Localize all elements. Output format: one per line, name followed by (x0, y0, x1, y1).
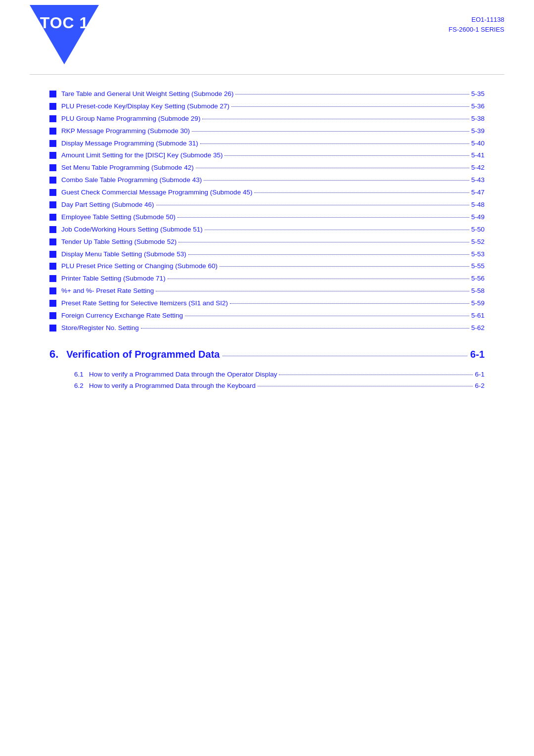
toc-dots (196, 168, 469, 168)
sub-dots (279, 375, 473, 375)
section-6-header: 6. Verification of Programmed Data 6-1 (49, 348, 485, 361)
sub-dots (258, 386, 473, 386)
toc-page-number: 5-41 (471, 151, 485, 160)
toc-bullet-icon (49, 128, 56, 135)
toc-list-item: Set Menu Table Programming (Submode 42)5… (49, 163, 485, 173)
toc-item-label[interactable]: Amount Limit Setting for the [DISC] Key … (61, 151, 222, 160)
toc-dots (254, 192, 469, 193)
toc-dots (188, 254, 469, 255)
toc-list-item: PLU Preset-code Key/Display Key Setting … (49, 102, 485, 111)
toc-list-item: Printer Table Setting (Submode 71)5-56 (49, 274, 485, 284)
toc-item-label[interactable]: Employee Table Setting (Submode 50) (61, 213, 176, 222)
toc-item-label[interactable]: Foreign Currency Exchange Rate Setting (61, 311, 183, 321)
toc-dots (230, 303, 469, 304)
toc-page-number: 5-40 (471, 139, 485, 148)
toc-dots (178, 217, 469, 218)
toc-page-number: 5-58 (471, 286, 485, 296)
toc-page-number: 5-62 (471, 324, 485, 333)
toc-bullet-icon (49, 140, 56, 147)
toc-page-number: 5-43 (471, 176, 485, 185)
toc-dots (231, 106, 469, 107)
toc-bullet-icon (49, 226, 56, 233)
toc-bullet-icon (49, 115, 56, 122)
sub-item-number: 6.1 (74, 371, 89, 378)
toc-bullet-icon (49, 325, 56, 331)
page-container: TOC 1 EO1-11138 FS-2600-1 SERIES Tare Ta… (0, 0, 534, 756)
toc-bullet-icon (49, 275, 56, 282)
toc-page-number: 5-38 (471, 114, 485, 124)
toc-label: TOC 1 (40, 14, 89, 32)
toc-list-item: Amount Limit Setting for the [DISC] Key … (49, 151, 485, 160)
toc-item-label[interactable]: PLU Preset Price Setting or Changing (Su… (61, 262, 218, 271)
toc-list-item: Store/Register No. Setting5-62 (49, 324, 485, 333)
toc-list-item: Foreign Currency Exchange Rate Setting5-… (49, 311, 485, 321)
toc-item-label[interactable]: %+ and %- Preset Rate Setting (61, 286, 154, 296)
toc-bullet-icon (49, 214, 56, 221)
toc-page-number: 5-59 (471, 299, 485, 308)
toc-list-item: Day Part Setting (Submode 46)5-48 (49, 200, 485, 210)
toc-item-label[interactable]: Tender Up Table Setting (Submode 52) (61, 237, 177, 247)
toc-page-number: 5-36 (471, 102, 485, 111)
toc-item-label[interactable]: Tare Table and General Unit Weight Setti… (61, 90, 233, 99)
toc-dots (185, 316, 469, 316)
toc-page-number: 5-55 (471, 262, 485, 271)
header-divider (30, 74, 504, 75)
toc-page-number: 5-39 (471, 127, 485, 136)
toc-item-label[interactable]: Printer Table Setting (Submode 71) (61, 274, 166, 284)
toc-list-item: RKP Message Programming (Submode 30)5-39 (49, 127, 485, 136)
toc-bullet-icon (49, 312, 56, 319)
toc-bullet-icon (49, 251, 56, 258)
toc-item-label[interactable]: Display Menu Table Setting (Submode 53) (61, 250, 186, 259)
toc-list-item: Display Message Programming (Submode 31)… (49, 139, 485, 148)
toc-page-number: 5-52 (471, 237, 485, 247)
toc-list-item: Guest Check Commercial Message Programmi… (49, 188, 485, 197)
toc-page-number: 5-35 (471, 90, 485, 99)
toc-item-label[interactable]: Display Message Programming (Submode 31) (61, 139, 198, 148)
toc-dots (141, 328, 469, 329)
sub-page-number: 6-1 (475, 371, 485, 378)
toc-item-label[interactable]: PLU Preset-code Key/Display Key Setting … (61, 102, 229, 111)
toc-item-label[interactable]: Combo Sale Table Programming (Submode 43… (61, 176, 202, 185)
toc-dots (156, 291, 469, 291)
toc-item-label[interactable]: Set Menu Table Programming (Submode 42) (61, 163, 194, 173)
toc-page-number: 5-50 (471, 225, 485, 235)
toc-badge: TOC 1 (30, 5, 99, 74)
toc-dots (168, 279, 469, 279)
toc-item-label[interactable]: PLU Group Name Programming (Submode 29) (61, 114, 200, 124)
toc-list-item: Tender Up Table Setting (Submode 52)5-52 (49, 237, 485, 247)
toc-item-label[interactable]: Day Part Setting (Submode 46) (61, 200, 154, 210)
toc-bullet-icon (49, 300, 56, 307)
toc-bullet-icon (49, 189, 56, 196)
toc-dots (204, 180, 469, 181)
sub-page-number: 6-2 (475, 382, 485, 389)
toc-list-item: Job Code/Working Hours Setting (Submode … (49, 225, 485, 235)
toc-list: Tare Table and General Unit Weight Setti… (49, 90, 485, 333)
toc-bullet-icon (49, 177, 56, 184)
toc-page-number: 5-49 (471, 213, 485, 222)
toc-list-item: PLU Group Name Programming (Submode 29)5… (49, 114, 485, 124)
sub-item-label[interactable]: How to verify a Programmed Data through … (89, 371, 277, 378)
toc-bullet-icon (49, 238, 56, 245)
section-6-title-row: Verification of Programmed Data 6-1 (66, 349, 485, 360)
toc-dots (202, 119, 469, 119)
section-6-dots (222, 356, 467, 356)
toc-item-label[interactable]: Store/Register No. Setting (61, 324, 139, 333)
toc-page-number: 5-42 (471, 163, 485, 173)
toc-bullet-icon (49, 201, 56, 208)
sub-item-label[interactable]: How to verify a Programmed Data through … (89, 382, 256, 389)
toc-bullet-icon (49, 287, 56, 294)
toc-list-item: Display Menu Table Setting (Submode 53)5… (49, 250, 485, 259)
toc-bullet-icon (49, 164, 56, 171)
toc-page-number: 5-48 (471, 200, 485, 210)
toc-item-label[interactable]: RKP Message Programming (Submode 30) (61, 127, 190, 136)
doc-number: EO1-11138 (448, 15, 504, 25)
toc-item-label[interactable]: Job Code/Working Hours Setting (Submode … (61, 225, 203, 235)
toc-content: Tare Table and General Unit Weight Setti… (0, 85, 534, 413)
toc-item-label[interactable]: Guest Check Commercial Message Programmi… (61, 188, 252, 197)
toc-item-label[interactable]: Preset Rate Setting for Selective Itemiz… (61, 299, 228, 308)
toc-page-number: 5-47 (471, 188, 485, 197)
toc-dots (205, 230, 469, 230)
series-name: FS-2600-1 SERIES (448, 25, 504, 35)
toc-bullet-icon (49, 103, 56, 110)
toc-dots (200, 143, 469, 144)
